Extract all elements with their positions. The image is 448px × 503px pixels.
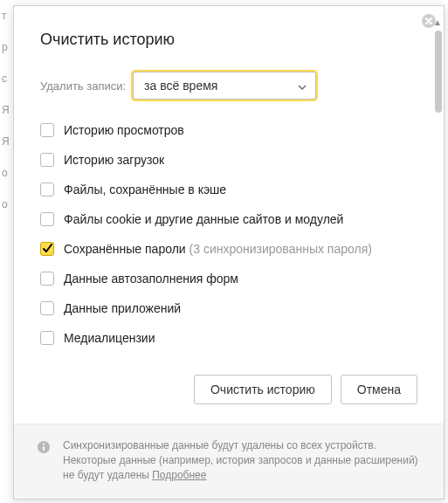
option-row[interactable]: Историю просмотров bbox=[40, 122, 417, 138]
option-label: Медиалицензии bbox=[64, 330, 155, 346]
option-sublabel: (3 синхронизированных пароля) bbox=[186, 242, 372, 256]
scrollbar-track[interactable] bbox=[435, 31, 442, 359]
option-label: Историю загрузок bbox=[64, 152, 164, 168]
option-label: Данные автозаполнения форм bbox=[64, 271, 238, 286]
dialog-actions: Очистить историю Отмена bbox=[14, 359, 444, 424]
clear-button[interactable]: Очистить историю bbox=[194, 375, 332, 404]
option-row[interactable]: Историю загрузок bbox=[40, 152, 417, 168]
dialog-footer: Синхронизированные данные будут удалены … bbox=[14, 424, 444, 499]
svg-rect-2 bbox=[43, 446, 45, 451]
option-row[interactable]: Файлы, сохранённые в кэше bbox=[40, 182, 417, 197]
dialog-body: Очистить историю Удалить записи: за всё … bbox=[14, 6, 444, 359]
clear-history-dialog: ▲ Очистить историю Удалить записи: за вс… bbox=[13, 5, 445, 500]
check-icon bbox=[42, 244, 52, 254]
option-row[interactable]: Сохранённые пароли (3 синхронизированных… bbox=[40, 241, 417, 257]
option-label: Файлы, сохранённые в кэше bbox=[64, 182, 226, 197]
period-row: Удалить записи: за всё время bbox=[40, 72, 417, 100]
option-row[interactable]: Данные приложений bbox=[40, 300, 417, 316]
option-label: Сохранённые пароли (3 синхронизированных… bbox=[64, 241, 372, 257]
background-chars: т р с Я Я о о bbox=[0, 0, 10, 503]
checkbox[interactable] bbox=[40, 331, 54, 345]
option-row[interactable]: Файлы cookie и другие данные сайтов и мо… bbox=[40, 211, 417, 227]
period-label: Удалить записи: bbox=[40, 79, 126, 93]
period-value: за всё время bbox=[144, 79, 217, 93]
option-row[interactable]: Данные автозаполнения форм bbox=[40, 271, 417, 286]
checkbox[interactable] bbox=[40, 123, 54, 137]
option-label: Данные приложений bbox=[64, 300, 181, 316]
checkbox[interactable] bbox=[40, 242, 54, 256]
checkbox[interactable] bbox=[40, 301, 54, 315]
checkbox[interactable] bbox=[40, 153, 54, 167]
dialog-title: Очистить историю bbox=[40, 31, 417, 49]
scrollbar-thumb[interactable] bbox=[435, 31, 442, 113]
footer-text: Синхронизированные данные будут удалены … bbox=[63, 438, 421, 483]
period-select[interactable]: за всё время bbox=[133, 72, 316, 100]
option-label: Историю просмотров bbox=[64, 122, 184, 138]
cancel-button[interactable]: Отмена bbox=[341, 375, 417, 404]
option-row[interactable]: Медиалицензии bbox=[40, 330, 417, 346]
checkbox[interactable] bbox=[40, 272, 54, 286]
options-list: Историю просмотровИсторию загрузокФайлы,… bbox=[40, 122, 417, 346]
checkbox[interactable] bbox=[40, 212, 54, 226]
chevron-down-icon bbox=[298, 79, 307, 93]
learn-more-link[interactable]: Подробнее bbox=[152, 469, 206, 481]
option-label: Файлы cookie и другие данные сайтов и мо… bbox=[64, 211, 343, 227]
info-icon bbox=[37, 440, 51, 454]
checkbox[interactable] bbox=[40, 183, 54, 196]
svg-point-3 bbox=[43, 443, 45, 444]
